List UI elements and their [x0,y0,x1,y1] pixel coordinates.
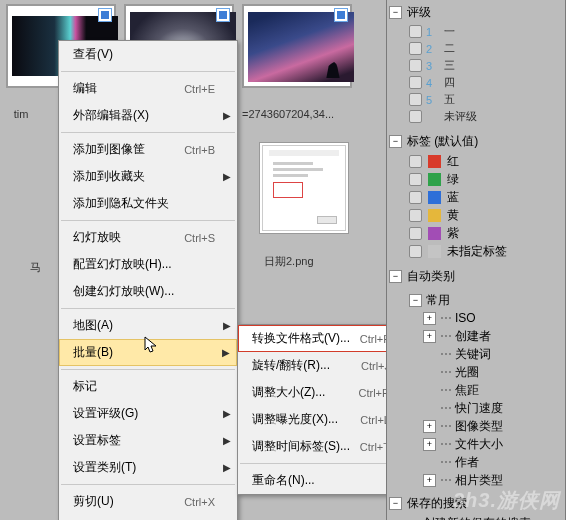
menu-set-rating[interactable]: 设置评级(G)▶ [59,400,237,427]
tree-common[interactable]: − 常用 [387,291,565,309]
menu-set-category[interactable]: 设置类别(T)▶ [59,454,237,481]
menu-map[interactable]: 地图(A)▶ [59,312,237,339]
chevron-right-icon: ▶ [223,171,231,182]
menu-slideshow[interactable]: 幻灯放映Ctrl+S [59,224,237,251]
color-swatch-icon [428,173,441,186]
expand-icon[interactable]: + [423,312,436,325]
thumb-1-label: tim [6,108,36,520]
expand-icon[interactable]: + [423,438,436,451]
rating-none[interactable]: 未评级 [387,108,565,125]
tree-imgtype[interactable]: +⋯图像类型 [387,417,565,435]
color-swatch-icon [428,245,441,258]
collapse-icon[interactable]: − [389,135,402,148]
rating-5[interactable]: 5五 [387,91,565,108]
menu-view[interactable]: 查看(V) [59,41,237,68]
thumb-4-label: 马 [30,260,41,275]
image-badge-icon [216,8,230,22]
tree-iso[interactable]: +⋯ISO [387,309,565,327]
document-preview [262,145,346,231]
separator [61,308,235,309]
tree-creator[interactable]: +⋯创建者 [387,327,565,345]
thumb-5[interactable] [259,142,349,234]
auto-category-heading: 自动类别 [407,268,455,285]
menu-cut[interactable]: 剪切(U)Ctrl+X [59,488,237,515]
menu-add-private[interactable]: 添加到隐私文件夹 [59,190,237,217]
separator [61,484,235,485]
tree-author[interactable]: ⋯作者 [387,453,565,471]
checkbox-icon[interactable] [409,110,422,123]
checkbox-icon[interactable] [409,155,422,168]
menu-edit[interactable]: 编辑Ctrl+E [59,75,237,102]
label-yellow[interactable]: 黄 [387,206,565,224]
checkbox-icon[interactable] [409,59,422,72]
checkbox-icon[interactable] [409,191,422,204]
elk-silhouette-icon [322,58,344,78]
label-red[interactable]: 红 [387,152,565,170]
properties-panel: − 评级 1一 2二 3三 4四 5五 未评级 − 标签 (默认值) 红 绿 蓝… [386,0,566,520]
menu-config-slideshow[interactable]: 配置幻灯放映(H)... [59,251,237,278]
rating-4[interactable]: 4四 [387,74,565,91]
chevron-right-icon: ▶ [223,320,231,331]
label-blue[interactable]: 蓝 [387,188,565,206]
color-swatch-icon [428,227,441,240]
checkbox-icon[interactable] [409,76,422,89]
color-swatch-icon [428,209,441,222]
separator [61,369,235,370]
panel-section-auto[interactable]: − 自动类别 [387,266,565,287]
cursor-icon [144,336,160,356]
thumb-3-image [248,12,354,82]
label-green[interactable]: 绿 [387,170,565,188]
checkbox-icon[interactable] [409,245,422,258]
menu-external-editor[interactable]: 外部编辑器(X)▶ [59,102,237,129]
rating-2[interactable]: 2二 [387,40,565,57]
tree-keyword[interactable]: ⋯关键词 [387,345,565,363]
checkbox-icon[interactable] [409,227,422,240]
separator [61,220,235,221]
collapse-icon[interactable]: − [389,6,402,19]
panel-section-rating[interactable]: − 评级 [387,2,565,23]
chevron-right-icon: ▶ [223,462,231,473]
checkbox-icon[interactable] [409,25,422,38]
menu-tag[interactable]: 标记 [59,373,237,400]
expand-icon[interactable]: + [423,330,436,343]
watermark: 3h3.游侠网 [453,487,560,514]
tree-create-saved[interactable]: 创建新的保存的搜索 [387,514,565,520]
collapse-icon[interactable]: − [409,294,422,307]
label-purple[interactable]: 紫 [387,224,565,242]
thumb-3[interactable] [242,4,352,88]
separator [240,463,410,464]
chevron-right-icon: ▶ [223,408,231,419]
separator [61,71,235,72]
label-none[interactable]: 未指定标签 [387,242,565,260]
menu-add-tray[interactable]: 添加到图像筐Ctrl+B [59,136,237,163]
tree-focal[interactable]: ⋯焦距 [387,381,565,399]
rating-3[interactable]: 3三 [387,57,565,74]
tree-aperture[interactable]: ⋯光圈 [387,363,565,381]
context-menu-main: 查看(V) 编辑Ctrl+E 外部编辑器(X)▶ 添加到图像筐Ctrl+B 添加… [58,40,238,520]
collapse-icon[interactable]: − [389,497,402,510]
checkbox-icon[interactable] [409,173,422,186]
expand-icon[interactable]: + [423,420,436,433]
thumb-3-caption: =2743607204,34... [242,108,362,120]
collapse-icon[interactable]: − [389,270,402,283]
menu-add-favorite[interactable]: 添加到收藏夹▶ [59,163,237,190]
rating-heading: 评级 [407,4,431,21]
chevron-right-icon: ▶ [223,435,231,446]
color-swatch-icon [428,191,441,204]
labels-heading: 标签 (默认值) [407,133,478,150]
tree-shutter[interactable]: ⋯快门速度 [387,399,565,417]
menu-set-label[interactable]: 设置标签▶ [59,427,237,454]
separator [61,132,235,133]
checkbox-icon[interactable] [409,209,422,222]
checkbox-icon[interactable] [409,42,422,55]
expand-icon[interactable]: + [423,474,436,487]
chevron-right-icon: ▶ [223,110,231,121]
image-badge-icon [334,8,348,22]
chevron-right-icon: ▶ [222,347,230,358]
menu-copy[interactable]: 复制(C)Ctrl+C [59,515,237,520]
tree-filesize[interactable]: +⋯文件大小 [387,435,565,453]
rating-1[interactable]: 1一 [387,23,565,40]
panel-section-labels[interactable]: − 标签 (默认值) [387,131,565,152]
checkbox-icon[interactable] [409,93,422,106]
menu-create-slideshow[interactable]: 创建幻灯放映(W)... [59,278,237,305]
